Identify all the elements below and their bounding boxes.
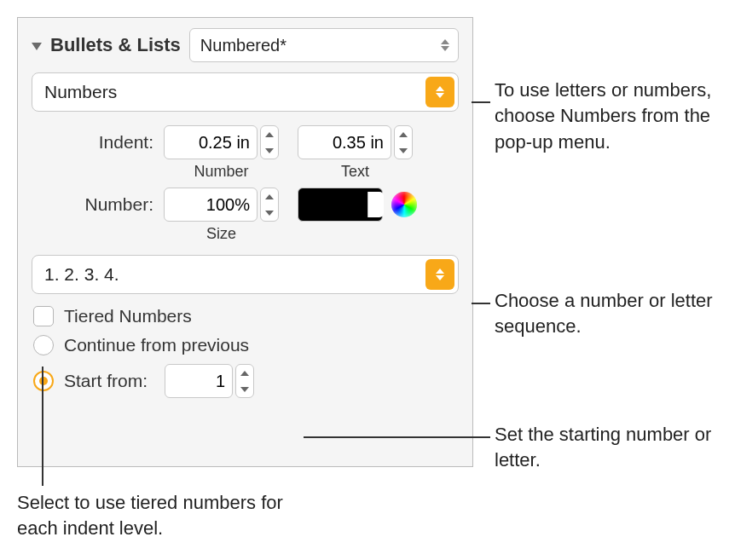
- start-from-label: Start from:: [64, 371, 148, 391]
- panel-header: Bullets & Lists Numbered*: [32, 28, 459, 62]
- indent-number-group: Number: [164, 125, 279, 181]
- continue-previous-row: Continue from previous: [32, 335, 459, 355]
- tiered-numbers-row: Tiered Numbers: [32, 306, 459, 326]
- start-from-stepper[interactable]: [165, 364, 254, 398]
- number-size-input[interactable]: [164, 188, 258, 222]
- number-size-sublabel: Size: [206, 225, 236, 243]
- continue-previous-label: Continue from previous: [64, 335, 249, 355]
- indent-text-sublabel: Text: [341, 163, 369, 181]
- number-size-stepper[interactable]: [164, 188, 279, 222]
- tiered-numbers-label: Tiered Numbers: [64, 306, 192, 326]
- number-row: Number: Size: [32, 188, 459, 243]
- callout-leader: [472, 303, 490, 304]
- chevron-updown-icon: [425, 259, 454, 290]
- indent-number-sublabel: Number: [194, 163, 248, 181]
- number-sequence-select[interactable]: 1. 2. 3. 4.: [32, 255, 459, 294]
- number-color-well[interactable]: [298, 188, 383, 222]
- number-label: Number:: [32, 188, 164, 215]
- bullets-lists-panel: Bullets & Lists Numbered* Numbers Indent…: [17, 17, 473, 467]
- indent-number-input[interactable]: [164, 125, 258, 159]
- callout-leader: [304, 436, 490, 438]
- indent-row: Indent: Number Text: [32, 125, 459, 181]
- indent-text-group: Text: [298, 125, 413, 181]
- indent-text-input[interactable]: [298, 125, 391, 159]
- callout-tiered: Select to use tiered numbers for each in…: [17, 490, 298, 542]
- indent-text-stepper[interactable]: [298, 125, 413, 159]
- number-sequence-value: 1. 2. 3. 4.: [44, 264, 119, 285]
- chevron-updown-icon: [425, 77, 454, 107]
- callout-sequence: Choose a number or letter sequence.: [495, 288, 725, 340]
- start-from-input[interactable]: [165, 364, 233, 398]
- stepper-buttons[interactable]: [260, 188, 279, 222]
- list-style-value: Numbered*: [200, 36, 286, 55]
- number-size-group: Size: [164, 188, 279, 243]
- bullet-type-select[interactable]: Numbers: [32, 72, 459, 112]
- color-wheel-icon[interactable]: [391, 192, 417, 217]
- continue-previous-radio[interactable]: [33, 335, 54, 355]
- list-style-select[interactable]: Numbered*: [189, 28, 459, 62]
- indent-number-stepper[interactable]: [164, 125, 279, 159]
- callout-leader: [42, 367, 43, 486]
- section-title: Bullets & Lists: [50, 34, 181, 56]
- indent-label: Indent:: [32, 125, 164, 153]
- start-from-row: Start from:: [32, 364, 459, 398]
- stepper-buttons[interactable]: [260, 125, 279, 159]
- start-from-radio[interactable]: [33, 371, 54, 391]
- callout-type: To use letters or numbers, choose Number…: [495, 78, 725, 155]
- tiered-numbers-checkbox[interactable]: [33, 306, 54, 326]
- callout-leader: [472, 101, 490, 103]
- stepper-buttons[interactable]: [235, 364, 254, 398]
- bullet-type-value: Numbers: [44, 82, 117, 102]
- callout-start: Set the starting number or letter.: [495, 422, 716, 474]
- chevron-updown-icon: [439, 39, 451, 51]
- stepper-buttons[interactable]: [394, 125, 413, 159]
- disclosure-triangle-icon[interactable]: [32, 43, 42, 50]
